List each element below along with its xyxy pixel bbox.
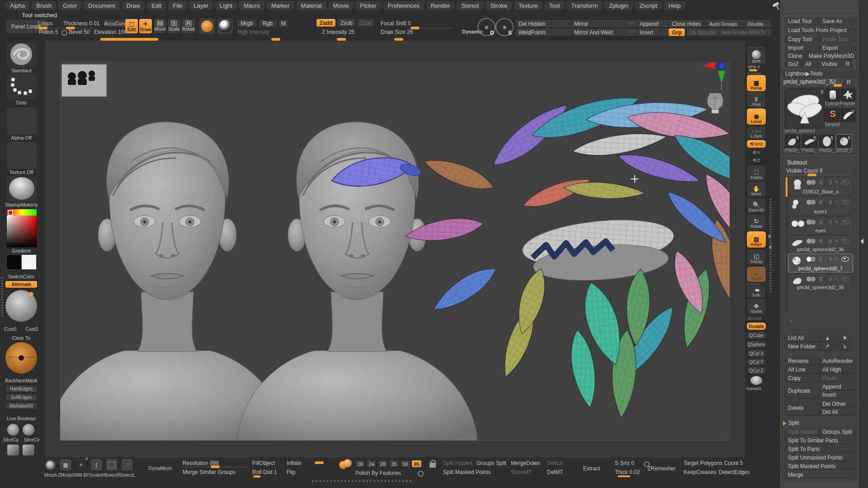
preset-button[interactable]: 50 <box>401 460 410 467</box>
append-subtool-button[interactable]: Append <box>819 383 856 390</box>
bevel-label[interactable]: Bevel 50 <box>69 29 90 35</box>
zcut-button[interactable]: Zcut <box>357 19 374 27</box>
rgb-button[interactable]: Rgb <box>259 20 277 27</box>
move-out-folder-button[interactable]: ↳ <box>837 343 852 350</box>
subtool-row-eyes[interactable]: ✎ eyes <box>788 217 853 234</box>
menu-item[interactable]: Movie <box>329 1 354 10</box>
spix-label[interactable]: SPix 3 <box>748 65 760 69</box>
menu-item[interactable]: Transform <box>566 1 602 10</box>
mirror-and-weld-button[interactable]: Mirror And Weldx y z <box>571 28 637 36</box>
qcyly-button[interactable]: QCyl Y <box>747 358 766 366</box>
visible-count-slider[interactable] <box>807 174 816 176</box>
resolution-slider[interactable] <box>211 465 220 468</box>
double-top-button[interactable]: Double <box>745 20 771 28</box>
dynamesh-icon[interactable] <box>339 459 352 472</box>
slicecurve-icon[interactable] <box>7 424 19 436</box>
brush-preview-button[interactable] <box>199 18 215 34</box>
weldpoints-button[interactable]: WeldPoints <box>515 28 572 36</box>
split-unmasked-button[interactable]: Split Unmasked Points <box>785 454 856 461</box>
qcylz-button[interactable]: QCyl Z <box>747 367 766 374</box>
tool-thumb-polymesh[interactable] <box>841 89 855 101</box>
menu-item[interactable]: Zscript <box>635 1 662 10</box>
menu-item[interactable]: Material <box>297 1 326 10</box>
visibility-eye-icon[interactable] <box>841 200 849 205</box>
sculpt-head-left[interactable] <box>60 122 287 441</box>
s-smt-label[interactable]: S Smt 0 <box>615 460 634 466</box>
visible-count-label[interactable]: Visible Count 9 <box>786 168 823 174</box>
duplicate-button[interactable]: Duplicate <box>785 383 821 398</box>
tool-panel-scroll-gutter[interactable] <box>859 0 868 488</box>
split-section-title[interactable]: Split <box>788 420 799 426</box>
thick-label[interactable]: Thick 0.02 <box>615 469 640 475</box>
menu-item[interactable]: Help <box>664 1 685 10</box>
active-tool-name[interactable]: pm3d_sphere3d2_7. <box>783 79 833 85</box>
polish-by-features-radio[interactable] <box>418 471 424 477</box>
preset-button[interactable]: 24 <box>367 460 376 467</box>
subtool-down-button[interactable]: ▼ <box>837 334 852 342</box>
shelf-pager-next-icon[interactable] <box>769 234 771 239</box>
paste-subtool-button[interactable]: Paste <box>819 375 856 382</box>
cust1-label[interactable]: Cust1 <box>0 326 21 332</box>
all-high-button[interactable]: All High <box>819 366 856 373</box>
visibility-eye-icon[interactable] <box>841 257 849 262</box>
picker-cursor[interactable] <box>8 210 13 216</box>
menu-item[interactable]: Draw <box>122 1 145 10</box>
menu-item[interactable]: Layer <box>189 1 213 10</box>
menu-item[interactable]: Edit <box>147 1 166 10</box>
morph-brush-button[interactable] <box>44 459 56 471</box>
goz-all-button[interactable]: All <box>802 61 820 68</box>
menu-item[interactable]: Macro <box>239 1 264 10</box>
solo-button[interactable]: ●●Solo <box>747 286 766 298</box>
subtool-title[interactable]: Subtool <box>787 159 807 166</box>
clipcurve-icon[interactable] <box>23 445 34 455</box>
polish-by-features-label[interactable]: Polish By Features <box>355 470 401 476</box>
preset-button[interactable]: 18 <box>355 460 365 467</box>
menu-item[interactable]: Light <box>215 1 237 10</box>
accucurve-button[interactable]: AccuCurv <box>104 20 126 27</box>
mergedown-button[interactable]: MergeDown <box>511 460 540 466</box>
visibility-eye-icon[interactable] <box>841 239 849 244</box>
elevation-label[interactable]: Elevation 100 <box>94 29 127 35</box>
del-hidden-button[interactable]: Del Hidden <box>515 20 572 28</box>
roll-dist-label[interactable]: Roll Dist 1 <box>252 469 277 475</box>
export-button[interactable]: Export <box>819 44 856 52</box>
menu-item[interactable]: Color <box>58 1 81 10</box>
zsub-button[interactable]: Zsub <box>337 19 355 27</box>
move-button[interactable]: 🄼Move <box>154 19 166 33</box>
qsphere-button[interactable]: QSphere <box>747 341 766 348</box>
material-preview-button[interactable] <box>217 18 233 34</box>
tool-thumb-r2-3[interactable]: 6 <box>836 135 852 148</box>
qcube-button[interactable]: QCube <box>747 332 766 339</box>
tool-thumb-r2-1[interactable]: 6 <box>802 135 817 148</box>
shelf-pager-prev-icon[interactable] <box>769 245 771 249</box>
delmt-button[interactable]: DelMT <box>547 469 563 475</box>
menu-item[interactable]: Tool <box>545 1 565 10</box>
copy-tool-button[interactable]: Copy Tool <box>785 35 821 43</box>
loops-label[interactable]: Loops <box>38 20 53 27</box>
scene-render[interactable] <box>60 62 730 441</box>
transp-button[interactable]: ◱Transp <box>747 249 766 265</box>
mirror-button[interactable]: Mirrorx y z <box>571 20 637 28</box>
slicecir-label[interactable]: SliceCir <box>20 437 43 442</box>
bottom-scroll-strip[interactable] <box>312 480 412 482</box>
zremesher-button[interactable]: ZRemesher <box>647 465 676 472</box>
backfacemask-icon[interactable] <box>5 342 37 374</box>
split-section-arrow-icon[interactable] <box>783 421 786 426</box>
polish-label[interactable]: Polish 5 <box>39 29 58 35</box>
y-rotate-button[interactable]: ⟲Y <box>747 149 766 156</box>
preset-button[interactable]: 28 <box>378 460 387 467</box>
slicecu-label[interactable]: SliceCu <box>0 437 21 442</box>
subtool-row-sphere35[interactable]: ✎ pm3d_sphere3d2_35 <box>788 274 853 291</box>
softedges-button[interactable]: SoftEdges <box>5 394 37 401</box>
z-rotate-button[interactable]: ⟲Z <box>747 157 766 164</box>
document-thumbnail[interactable] <box>61 64 107 97</box>
polish-radio[interactable] <box>61 30 67 36</box>
imm-brush-button[interactable]: ✦ 4 <box>75 459 87 471</box>
scale-button[interactable]: 🅂Scale <box>168 19 180 33</box>
cust-sphere-icon[interactable] <box>5 290 37 322</box>
zadd-button[interactable]: Zadd <box>316 19 335 27</box>
local-button[interactable]: ◉Local <box>747 108 766 125</box>
subtool-scroll-thumb[interactable] <box>786 177 788 197</box>
menu-item[interactable]: Stencil <box>457 1 483 10</box>
material-selector[interactable] <box>6 176 37 202</box>
